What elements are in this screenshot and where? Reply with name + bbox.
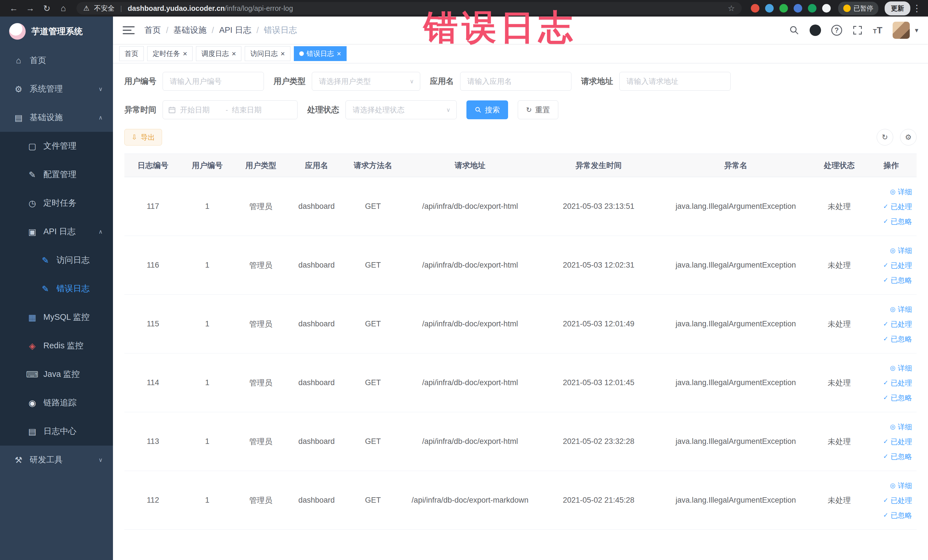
extension-icon-green-circle[interactable] xyxy=(779,4,788,12)
breadcrumb-item-home[interactable]: 首页 xyxy=(144,24,161,36)
row-action-detail[interactable]: ◎详细 xyxy=(866,360,912,375)
row-action-ignored[interactable]: ✓已忽略 xyxy=(866,214,912,229)
tab-job[interactable]: 定时任务 × xyxy=(147,46,192,61)
security-label[interactable]: 不安全 xyxy=(94,4,114,13)
avatar[interactable] xyxy=(893,22,910,39)
check-icon: ✓ xyxy=(883,317,888,331)
row-action-detail[interactable]: ◎详细 xyxy=(866,302,912,317)
tools-icon: ⚒ xyxy=(12,455,25,465)
app-name-input[interactable] xyxy=(460,72,571,91)
user-id-label: 用户编号 xyxy=(124,76,156,87)
search-button[interactable]: 搜索 xyxy=(466,101,508,119)
sidebar: 芋道管理系统 ⌂ 首页 ⚙ 系统管理 ∨ ▤ 基础设施 ∧ ▢ 文件管理 ✎ 配… xyxy=(0,17,113,560)
logo[interactable]: 芋道管理系统 xyxy=(0,17,113,46)
extension-icon-light[interactable] xyxy=(822,4,831,12)
font-size-icon[interactable]: TT xyxy=(873,25,882,36)
refresh-button[interactable]: ↻ xyxy=(877,129,893,145)
column-settings-button[interactable]: ⚙ xyxy=(900,129,917,145)
reset-button[interactable]: ↻ 重置 xyxy=(518,101,558,119)
breadcrumb-item-api-log[interactable]: API 日志 xyxy=(219,24,251,36)
tab-home[interactable]: 首页 xyxy=(119,46,144,61)
row-action-detail[interactable]: ◎详细 xyxy=(866,243,912,258)
url-domain: dashboard.yudao.iocoder.cn xyxy=(128,4,225,12)
sidebar-item-api-log[interactable]: ▣ API 日志 ∧ xyxy=(0,217,113,246)
search-icon[interactable] xyxy=(789,25,799,35)
tags-bar: 首页 定时任务 × 调度日志 × 访问日志 × 错误日志 × xyxy=(113,44,928,63)
tab-close-icon[interactable]: × xyxy=(337,50,341,57)
tab-close-icon[interactable]: × xyxy=(281,50,285,57)
sidebar-item-home[interactable]: ⌂ 首页 xyxy=(0,46,113,75)
sidebar-item-config[interactable]: ✎ 配置管理 xyxy=(0,160,113,189)
sidebar-item-log-center[interactable]: ▤ 日志中心 xyxy=(0,417,113,446)
sidebar-item-error-log[interactable]: ✎ 错误日志 xyxy=(0,275,113,303)
row-action-processed[interactable]: ✓已处理 xyxy=(866,434,912,449)
cell-user-type: 管理员 xyxy=(233,177,289,236)
forward-icon[interactable]: → xyxy=(23,3,38,13)
sidebar-item-redis[interactable]: ◈ Redis 监控 xyxy=(0,331,113,360)
sidebar-item-infra[interactable]: ▤ 基础设施 ∧ xyxy=(0,103,113,132)
row-action-ignored[interactable]: ✓已忽略 xyxy=(866,390,912,405)
column-header: 处理状态 xyxy=(813,154,865,177)
row-action-ignored[interactable]: ✓已忽略 xyxy=(866,273,912,288)
sidebar-item-dev-tools[interactable]: ⚒ 研发工具 ∨ xyxy=(0,446,113,474)
process-status-input[interactable] xyxy=(345,101,457,119)
row-action-ignored[interactable]: ✓已忽略 xyxy=(866,449,912,464)
sidebar-item-system[interactable]: ⚙ 系统管理 ∨ xyxy=(0,75,113,103)
row-action-processed[interactable]: ✓已处理 xyxy=(866,493,912,508)
sidebar-item-job[interactable]: ◷ 定时任务 xyxy=(0,189,113,217)
fullscreen-icon[interactable] xyxy=(852,25,863,35)
tab-error-log[interactable]: 错误日志 × xyxy=(294,46,346,61)
extension-icon-red[interactable] xyxy=(751,4,759,12)
check-icon: ✓ xyxy=(883,331,888,346)
row-action-processed[interactable]: ✓已处理 xyxy=(866,375,912,390)
export-button-label: 导出 xyxy=(140,133,155,142)
back-icon[interactable]: ← xyxy=(6,3,21,13)
process-status-select[interactable]: ∨ xyxy=(345,101,457,119)
sidebar-item-access-log[interactable]: ✎ 访问日志 xyxy=(0,246,113,275)
extension-icon-blue-drop[interactable] xyxy=(765,4,774,12)
help-icon[interactable]: ? xyxy=(831,25,842,36)
row-action-detail[interactable]: ◎详细 xyxy=(866,184,912,199)
url-text[interactable]: dashboard.yudao.iocoder.cn/infra/log/api… xyxy=(128,4,723,12)
row-action-processed[interactable]: ✓已处理 xyxy=(866,258,912,273)
hamburger-icon[interactable] xyxy=(123,26,135,34)
export-button[interactable]: ⇩ 导出 xyxy=(124,129,162,145)
tab-close-icon[interactable]: × xyxy=(232,50,236,57)
row-action-processed[interactable]: ✓已处理 xyxy=(866,199,912,214)
exception-time-range[interactable]: - xyxy=(163,101,298,119)
tab-job-log[interactable]: 调度日志 × xyxy=(196,46,241,61)
column-header: 异常发生时间 xyxy=(539,154,659,177)
github-icon[interactable] xyxy=(810,24,821,36)
row-action-ignored[interactable]: ✓已忽略 xyxy=(866,508,912,523)
extension-icon-green-badge[interactable] xyxy=(808,4,817,12)
search-icon xyxy=(475,107,482,113)
row-action-processed[interactable]: ✓已处理 xyxy=(866,317,912,331)
tab-close-icon[interactable]: × xyxy=(183,50,187,57)
paused-badge[interactable]: 已暂停 xyxy=(838,2,878,15)
breadcrumb-item-current: 错误日志 xyxy=(264,24,297,36)
address-bar[interactable]: ⚠ 不安全 | dashboard.yudao.iocoder.cn/infra… xyxy=(76,2,742,15)
reload-icon[interactable]: ↻ xyxy=(40,3,54,14)
kebab-menu-icon[interactable]: ⋮ xyxy=(912,3,922,14)
end-date-input[interactable] xyxy=(230,102,275,118)
sidebar-item-java[interactable]: ⌨ Java 监控 xyxy=(0,360,113,389)
home-icon[interactable]: ⌂ xyxy=(56,3,71,13)
row-action-ignored[interactable]: ✓已忽略 xyxy=(866,331,912,346)
bookmark-star-icon[interactable]: ☆ xyxy=(728,4,735,13)
extension-icon-blue-grid[interactable] xyxy=(794,4,802,12)
request-url-input[interactable] xyxy=(619,72,731,91)
caret-down-icon[interactable]: ▾ xyxy=(915,26,918,34)
update-button[interactable]: 更新 xyxy=(885,2,910,15)
user-type-select[interactable]: ∨ xyxy=(312,72,420,91)
sidebar-item-file[interactable]: ▢ 文件管理 xyxy=(0,132,113,160)
row-action-detail[interactable]: ◎详细 xyxy=(866,478,912,493)
sidebar-item-trace[interactable]: ◉ 链路追踪 xyxy=(0,389,113,417)
user-id-input[interactable] xyxy=(163,72,264,91)
sidebar-item-mysql[interactable]: ▦ MySQL 监控 xyxy=(0,303,113,331)
breadcrumb-item-infra[interactable]: 基础设施 xyxy=(174,24,206,36)
cell-user-type: 管理员 xyxy=(233,412,289,471)
start-date-input[interactable] xyxy=(178,102,223,118)
user-type-input[interactable] xyxy=(312,72,420,91)
row-action-detail[interactable]: ◎详细 xyxy=(866,420,912,434)
tab-access-log[interactable]: 访问日志 × xyxy=(245,46,290,61)
